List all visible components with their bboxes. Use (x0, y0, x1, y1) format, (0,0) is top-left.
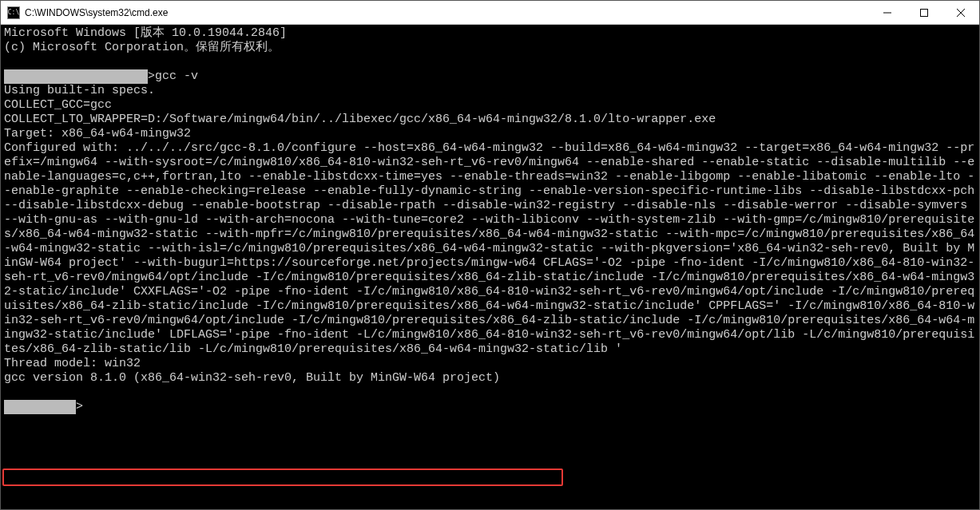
redacted-path (4, 69, 148, 84)
maximize-button[interactable] (906, 1, 942, 24)
banner-line-2: (c) Microsoft Corporation。保留所有权利。 (4, 41, 280, 54)
minimize-icon (883, 9, 891, 17)
prompt-cursor: > (76, 400, 83, 413)
collect-gcc: COLLECT_GCC=gcc (4, 98, 112, 112)
minimize-button[interactable] (869, 1, 906, 24)
using-specs: Using built-in specs. (4, 84, 155, 97)
svg-rect-1 (921, 9, 928, 16)
banner-line-1: Microsoft Windows [版本 10.0.19044.2846] (4, 26, 287, 40)
target-line: Target: x86_64-w64-mingw32 (4, 127, 191, 140)
window-controls (869, 1, 979, 24)
console-output[interactable]: Microsoft Windows [版本 10.0.19044.2846] (… (1, 25, 979, 509)
close-icon (957, 9, 965, 17)
redacted-prompt-2 (4, 400, 76, 414)
close-button[interactable] (942, 1, 979, 24)
gcc-version-line: gcc version 8.1.0 (x86_64-win32-seh-rev0… (4, 371, 500, 385)
cmd-window: C:\ C:\WINDOWS\system32\cmd.exe Microsof… (0, 0, 980, 510)
maximize-icon (920, 9, 928, 17)
cmd-icon: C:\ (7, 6, 20, 19)
titlebar[interactable]: C:\ C:\WINDOWS\system32\cmd.exe (1, 1, 979, 25)
highlight-annotation (2, 468, 563, 486)
thread-model: Thread model: win32 (4, 357, 141, 370)
configured-with: Configured with: ../../../src/gcc-8.1.0/… (4, 141, 979, 356)
prompt-command: >gcc -v (148, 69, 198, 83)
window-title: C:\WINDOWS\system32\cmd.exe (25, 7, 869, 18)
collect-lto: COLLECT_LTO_WRAPPER=D:/Software/mingw64/… (4, 113, 716, 126)
